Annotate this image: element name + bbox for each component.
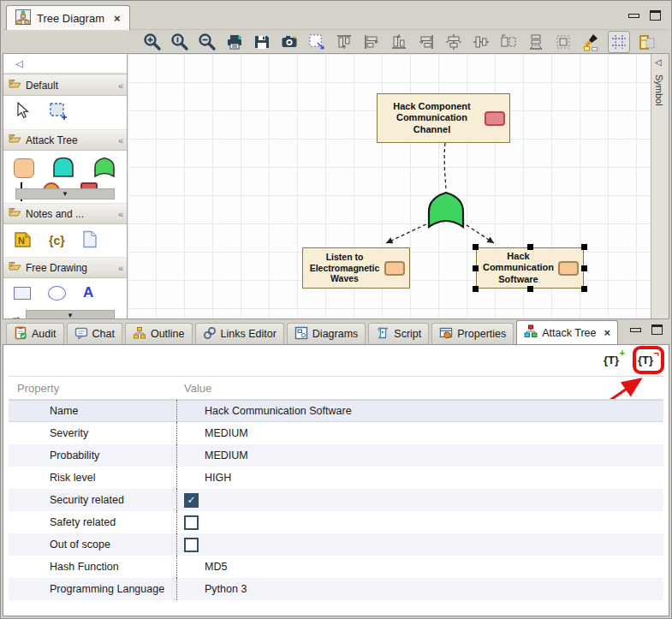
tab-outline[interactable]: Outline	[125, 323, 193, 344]
screenshot-icon[interactable]	[279, 32, 300, 52]
table-row[interactable]: Out of scope	[9, 533, 663, 556]
tab-audit[interactable]: Audit	[6, 323, 64, 344]
document-tool[interactable]	[82, 230, 98, 251]
remove-custom-tag-button[interactable]: {T}¬	[634, 351, 657, 369]
diagram-canvas[interactable]: Hack Component Communication Channel Lis…	[128, 54, 651, 318]
palette-section-notes[interactable]: Notes and ... «	[3, 203, 127, 224]
zoom-original-icon[interactable]	[169, 32, 190, 52]
align-top-icon[interactable]	[334, 32, 354, 52]
selection-handle[interactable]	[581, 265, 587, 271]
format-painter-icon[interactable]	[580, 32, 601, 52]
marquee-zoom-icon[interactable]	[306, 32, 327, 52]
text-tool[interactable]: A	[83, 284, 93, 301]
selection-handle[interactable]	[473, 286, 479, 292]
zoom-out-icon[interactable]	[197, 32, 217, 52]
table-row[interactable]: Programming Language Python 3	[9, 578, 663, 600]
selection-handle[interactable]	[581, 286, 587, 292]
distribute-boxes-icon[interactable]	[526, 32, 546, 52]
selection-handle[interactable]	[473, 244, 479, 250]
editor-main-area: ◁ Default « Attack Tree «	[3, 53, 669, 319]
close-icon[interactable]: ×	[114, 12, 121, 25]
pin-icon[interactable]: «	[118, 263, 122, 273]
ellipse-tool[interactable]	[48, 286, 66, 301]
table-row[interactable]: Probability MEDIUM	[9, 444, 663, 467]
close-icon[interactable]: ×	[604, 326, 611, 339]
align-left-icon[interactable]	[361, 32, 382, 52]
table-row[interactable]: Hash Function MD5	[9, 556, 663, 578]
match-size-icon[interactable]	[498, 32, 519, 52]
tab-links-editor[interactable]: Links Editor	[195, 323, 284, 344]
print-icon[interactable]	[224, 32, 245, 52]
palette-scroll-area: ▼	[3, 182, 127, 203]
and-gate-tool[interactable]	[51, 157, 75, 180]
pin-icon[interactable]: «	[118, 209, 122, 219]
save-icon[interactable]	[252, 32, 272, 52]
palette-scrollbar-bottom[interactable]: ▼	[26, 310, 115, 318]
application-window: Tree Diagram × ◁	[0, 0, 672, 619]
folder-icon	[9, 261, 21, 274]
minimize-icon[interactable]	[628, 14, 639, 18]
resize-to-fit-icon[interactable]	[553, 32, 574, 52]
editor-tabbar: Tree Diagram ×	[3, 4, 669, 30]
palette-section-attack-tree[interactable]: Attack Tree «	[3, 129, 127, 151]
folder-icon	[9, 79, 21, 92]
or-gate-tool[interactable]	[92, 157, 116, 180]
line-tool[interactable]: →	[10, 311, 21, 318]
table-row[interactable]: Security related	[9, 489, 663, 511]
tab-diagrams[interactable]: Diagrams	[287, 323, 366, 344]
select-tool[interactable]	[14, 102, 31, 123]
tab-tree-diagram[interactable]: Tree Diagram ×	[6, 5, 130, 30]
node-right-selected[interactable]: Hack Communication Software	[476, 247, 584, 289]
selection-handle[interactable]	[581, 244, 587, 250]
minimize-icon[interactable]	[630, 328, 641, 332]
center-vertical-icon[interactable]	[443, 32, 464, 52]
tab-attack-tree[interactable]: Attack Tree ×	[516, 320, 618, 344]
symbol-panel-label: Symbol	[654, 74, 664, 106]
note-tool[interactable]: N	[14, 231, 32, 251]
palette-section-default[interactable]: Default «	[3, 74, 127, 96]
marquee-tool[interactable]	[48, 102, 68, 123]
section-label: Attack Tree	[26, 134, 78, 146]
out-of-scope-checkbox[interactable]	[184, 538, 199, 552]
pin-icon[interactable]: «	[118, 80, 122, 91]
palette-section-free-drawing[interactable]: Free Drawing «	[3, 257, 127, 278]
center-horizontal-icon[interactable]	[471, 32, 491, 52]
scroll-down-icon: ▼	[67, 312, 74, 318]
zoom-in-icon[interactable]	[142, 32, 163, 52]
add-custom-tag-button[interactable]: {T}+	[600, 351, 622, 369]
attack-node-tool[interactable]	[14, 158, 34, 178]
symbol-style-icon[interactable]	[637, 32, 657, 52]
palette-collapse-button[interactable]: ◁	[3, 54, 127, 74]
tab-script[interactable]: Script	[368, 323, 429, 344]
node-root[interactable]: Hack Component Communication Channel	[377, 93, 510, 143]
safety-related-checkbox[interactable]	[184, 515, 199, 530]
properties-toolbar: {T}+ {T}¬	[3, 345, 669, 374]
tab-properties[interactable]: Properties	[431, 323, 514, 344]
constraint-tool[interactable]: {c}	[49, 234, 65, 247]
palette: ◁ Default « Attack Tree «	[3, 54, 128, 318]
maximize-icon[interactable]	[651, 324, 663, 335]
rectangle-tool[interactable]	[14, 287, 31, 300]
table-row[interactable]: Severity MEDIUM	[9, 422, 663, 444]
align-right-icon[interactable]	[416, 32, 437, 52]
selection-handle[interactable]	[473, 265, 479, 271]
palette-scrollbar[interactable]: ▼	[15, 188, 115, 199]
node-left[interactable]: Listen to Electromagnetic Waves	[302, 247, 410, 289]
align-bottom-icon[interactable]	[389, 32, 409, 52]
maximize-icon[interactable]	[650, 10, 661, 21]
tab-chat[interactable]: Chat	[67, 323, 122, 344]
table-row[interactable]: Risk level HIGH	[9, 467, 663, 489]
table-row[interactable]: Safety related	[9, 511, 663, 533]
symbol-panel-collapsed[interactable]: ◁ Symbol	[651, 54, 669, 318]
selection-handle[interactable]	[527, 244, 533, 250]
column-value: Value	[176, 377, 663, 399]
panel-tabbar: Audit Chat Outline Links Editor Diagrams…	[3, 320, 669, 344]
pin-icon[interactable]: «	[118, 135, 122, 146]
table-row[interactable]: Name Hack Communication Software	[9, 400, 663, 422]
toggle-grid-icon[interactable]	[608, 31, 630, 53]
collapse-left-icon: ◁	[15, 58, 22, 69]
security-related-checkbox[interactable]	[184, 493, 199, 508]
selection-handle[interactable]	[527, 286, 533, 292]
or-gate-shape	[429, 193, 463, 227]
attack-tree-properties-view: {T}+ {T}¬ Remove Custom Tag Button Prope…	[3, 344, 669, 616]
